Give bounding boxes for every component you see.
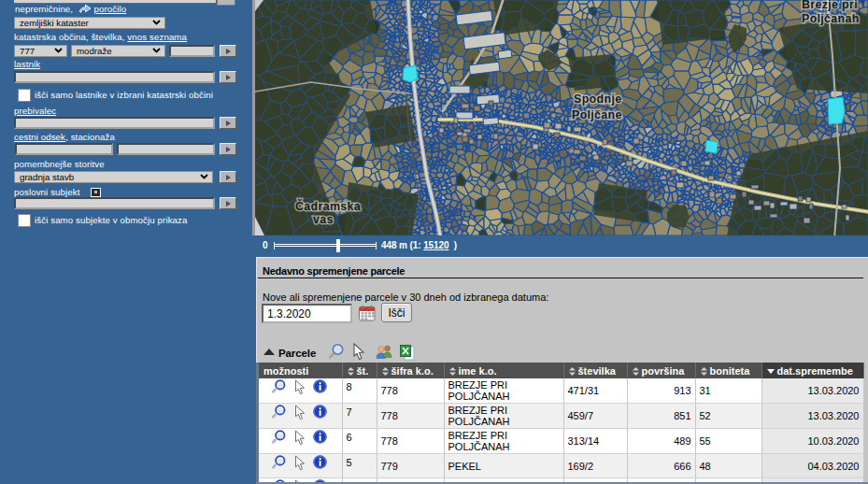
svg-text:Spodnje: Spodnje (574, 93, 621, 106)
svg-text:vas: vas (313, 213, 334, 226)
svg-text:Poljčanah: Poljčanah (802, 12, 860, 25)
svg-text:Brezje pri: Brezje pri (802, 0, 858, 11)
svg-text:Čadramska: Čadramska (295, 199, 362, 213)
svg-text:Poljčane: Poljčane (572, 108, 622, 121)
